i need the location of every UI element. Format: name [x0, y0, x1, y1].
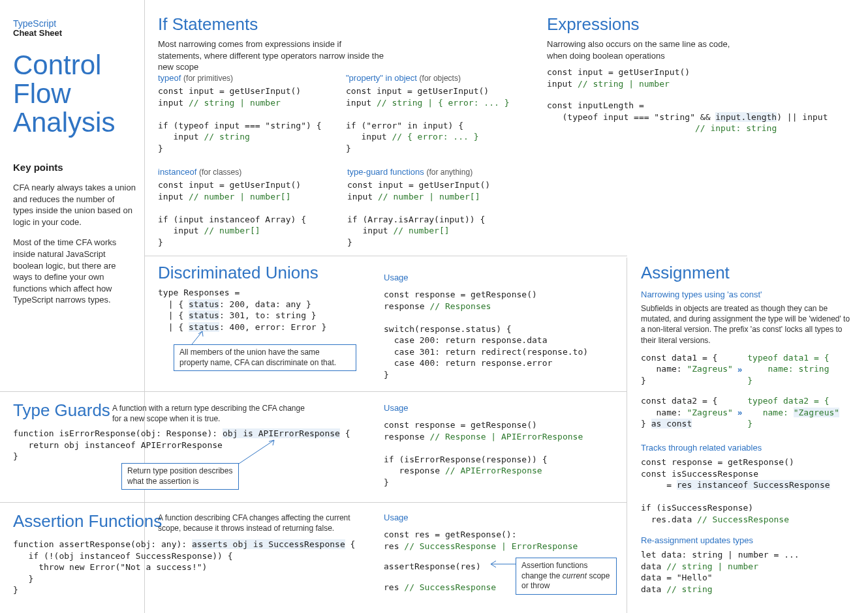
assertion-title: Assertion Functions	[13, 511, 162, 531]
data2-right: typeof data2 = { name: "Zagreus" }	[747, 395, 839, 430]
assignment-section: Assignment Narrowing types using 'as con…	[641, 263, 856, 595]
brand-sub: Cheat Sheet	[13, 28, 137, 38]
sidebar: TypeScript Cheat Sheet Control Flow Anal…	[13, 18, 137, 306]
typeof-block: typeof (for primitives) const input = ge…	[158, 73, 321, 154]
expressions-title: Expressions	[547, 14, 854, 35]
instanceof-note: (for classes)	[199, 168, 241, 177]
typeof-code: const input = getUserInput() input // st…	[158, 85, 321, 154]
type-guards-section: Type Guards	[13, 400, 110, 425]
discriminated-code: type Responses = | { status: 200, data: …	[158, 287, 326, 333]
assertion-code: function assertResponse(obj: any): asser…	[13, 539, 355, 596]
if-statements-section: If Statements Most narrowing comes from …	[158, 14, 523, 73]
data1-row: const data1 = { name: "Zagreus" } » type…	[641, 352, 856, 387]
property-in-block: "property" in object (for objects) const…	[346, 73, 509, 154]
propin-code: const input = getUserInput() input // st…	[346, 85, 509, 154]
arrow-right-icon: »	[737, 365, 742, 374]
typeof-label: typeof	[158, 73, 181, 83]
if-statements-title: If Statements	[158, 14, 523, 35]
asconst-label: Narrowing types using 'as const'	[641, 290, 856, 299]
discriminated-usage-code: const response = getResponse() response …	[384, 289, 588, 380]
expressions-intro: Narrowing also occurs on the same line a…	[547, 38, 749, 61]
instanceof-label: instanceof	[158, 167, 196, 177]
type-guards-code: function isErrorResponse(obj: Response):…	[13, 428, 350, 462]
instanceof-block: instanceof (for classes) const input = g…	[158, 167, 306, 248]
key-point-1: CFA nearly always takes a union and redu…	[13, 182, 137, 228]
data1-right: typeof data1 = { name: string }	[747, 352, 829, 387]
expressions-section: Expressions Narrowing also occurs on the…	[547, 14, 854, 134]
discriminated-usage: Usage const response = getResponse() res…	[384, 273, 588, 380]
typeguard-code: const input = getUserInput() input // nu…	[347, 179, 490, 248]
assertion-usage-pre: const res = getResponse(): res // Succes…	[384, 529, 578, 552]
key-points-heading: Key points	[13, 162, 137, 173]
discriminated-title: Discriminated Unions	[158, 263, 326, 283]
typeguard-block: type-guard functions (for anything) cons…	[347, 167, 490, 248]
horizontal-divider	[0, 391, 627, 392]
assertion-usage-label: Usage	[384, 513, 578, 522]
typeguard-note: (for anything)	[426, 168, 473, 177]
reassign-label: Re-assignment updates types	[641, 535, 856, 545]
assertion-callout: Assertion functions change the current s…	[516, 558, 617, 595]
arrow-right-icon: »	[737, 408, 742, 417]
data1-left: const data1 = { name: "Zagreus" }	[641, 352, 732, 387]
data2-row: const data2 = { name: "Zagreus" } as con…	[641, 395, 856, 430]
tracks-code: const response = getResponse() const isS…	[641, 456, 856, 525]
horizontal-divider	[0, 502, 627, 503]
type-guards-desc: A function with a return type describing…	[112, 403, 308, 424]
typeguard-label: type-guard functions	[347, 167, 424, 177]
expressions-code-bottom: const inputLength = (typeof input === "s…	[547, 100, 854, 134]
brand-label: TypeScript	[13, 18, 137, 29]
assertion-section: Assertion Functions	[13, 511, 162, 535]
discriminated-callout: All members of the union have the same p…	[174, 344, 356, 371]
assertion-desc: A function describing CFA changes affect…	[158, 513, 367, 533]
propin-note: (for objects)	[420, 74, 461, 83]
assignment-title: Assignment	[641, 263, 856, 283]
if-statements-intro: Most narrowing comes from expressions in…	[158, 38, 386, 73]
instanceof-code: const input = getUserInput() input // nu…	[158, 179, 306, 248]
discriminated-usage-label: Usage	[384, 273, 588, 282]
page-title: Control Flow Analysis	[13, 51, 137, 137]
horizontal-divider	[144, 256, 627, 256]
data2-left: const data2 = { name: "Zagreus" } as con…	[641, 395, 732, 430]
tracks-label: Tracks through related variables	[641, 443, 856, 453]
key-point-2: Most of the time CFA works inside natura…	[13, 237, 137, 305]
type-guards-title: Type Guards	[13, 400, 110, 421]
type-guards-usage: Usage const response = getResponse() res…	[384, 403, 583, 488]
asconst-desc: Subfields in objects are treated as thou…	[641, 303, 856, 346]
tg-usage-code: const response = getResponse() response …	[384, 419, 583, 488]
tg-usage-label: Usage	[384, 403, 583, 413]
vertical-divider-mid	[627, 258, 627, 613]
propin-label: "property" in object	[346, 73, 417, 83]
type-guards-callout: Return type position describes what the …	[121, 463, 239, 490]
expressions-code-top: const input = getUserInput() input // st…	[547, 67, 854, 89]
discriminated-section: Discriminated Unions type Responses = | …	[158, 263, 326, 333]
reassign-code: let data: string | number = ... data // …	[641, 549, 856, 595]
typeof-note: (for primitives)	[183, 74, 233, 83]
